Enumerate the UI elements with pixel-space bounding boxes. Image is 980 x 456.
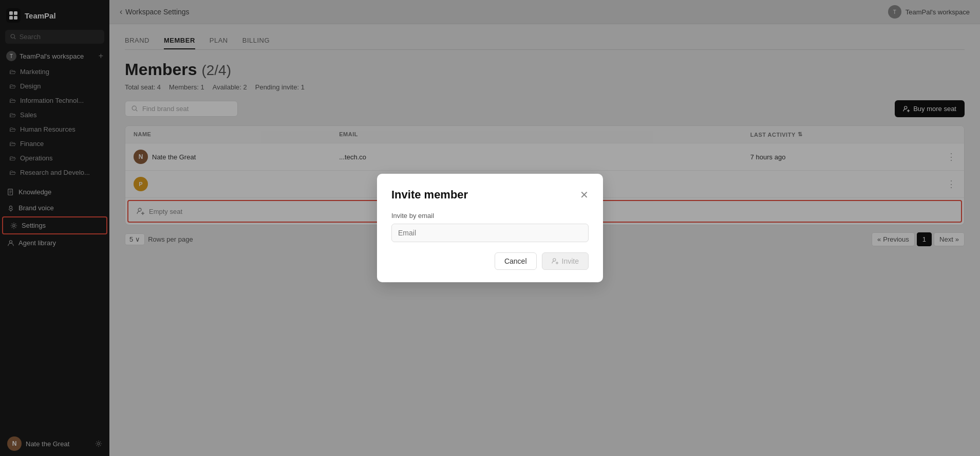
svg-point-23 [553,259,555,261]
modal-close-button[interactable]: ✕ [580,190,589,200]
email-input[interactable] [391,224,589,242]
modal-footer: Cancel Invite [391,252,589,270]
invite-button[interactable]: Invite [542,252,589,270]
invite-label: Invite by email [391,212,589,220]
invite-icon [552,258,559,265]
modal-header: Invite member ✕ [391,188,589,202]
modal-title: Invite member [391,188,468,202]
cancel-button[interactable]: Cancel [495,252,537,270]
modal-overlay[interactable]: Invite member ✕ Invite by email Cancel I… [0,0,980,456]
invite-member-modal: Invite member ✕ Invite by email Cancel I… [377,174,603,282]
invite-btn-label: Invite [562,257,579,265]
